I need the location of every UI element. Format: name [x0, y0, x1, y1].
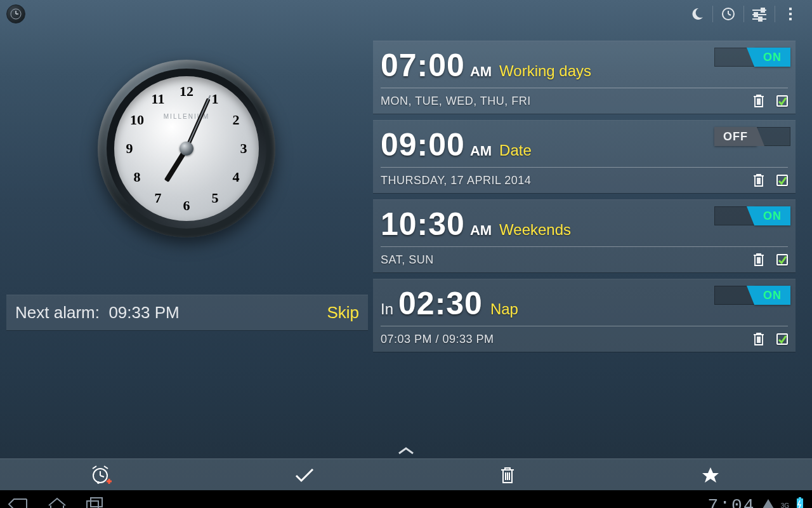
clock-number: 7	[149, 190, 167, 206]
svg-rect-12	[789, 8, 792, 10]
skip-button[interactable]: Skip	[327, 303, 359, 323]
alarm-time: 09:00	[381, 126, 465, 163]
clock-number: 3	[235, 140, 252, 157]
alarm-prefix: In	[381, 300, 393, 318]
alarm-subtext: 07:03 PM / 09:33 PM	[381, 333, 494, 346]
recent-apps-button[interactable]	[85, 497, 105, 508]
alarm-item[interactable]: ON 07:00 AM Working days MON, TUE, WED, …	[373, 41, 796, 114]
svg-marker-38	[702, 467, 719, 483]
svg-rect-11	[759, 17, 762, 21]
toggle-label: ON	[754, 48, 790, 67]
main-content: MILLENIUM 123456789101112 Next alarm: 09…	[0, 28, 812, 443]
next-alarm-panel[interactable]: Next alarm: 09:33 PM Skip	[6, 295, 368, 330]
clock-number: 9	[121, 140, 138, 157]
svg-rect-9	[754, 13, 757, 17]
top-bar	[0, 0, 812, 28]
alarm-time: 07:00	[381, 47, 465, 84]
settings-sliders-icon[interactable]	[744, 0, 775, 28]
alarm-ampm: AM	[470, 143, 492, 159]
network-label: 3G	[781, 502, 789, 509]
alarm-ampm: AM	[470, 222, 492, 239]
bottom-toolbar	[0, 458, 812, 490]
next-alarm-text: Next alarm: 09:33 PM	[15, 303, 180, 323]
clock-number: 2	[227, 112, 245, 128]
home-button[interactable]	[47, 497, 67, 508]
clock-icon[interactable]	[713, 0, 743, 28]
svg-line-30	[93, 466, 96, 469]
svg-rect-7	[761, 8, 764, 12]
alarm-time: 02:30	[398, 285, 483, 322]
alarm-subtext: SAT, SUN	[381, 253, 434, 267]
alarm-subtext: THURSDAY, 17 APRIL 2014	[381, 174, 531, 187]
svg-line-29	[100, 476, 104, 477]
night-mode-icon[interactable]	[682, 0, 712, 28]
clock-number: 10	[128, 112, 146, 128]
delete-button[interactable]	[406, 459, 609, 490]
add-alarm-button[interactable]	[0, 459, 203, 490]
trash-icon[interactable]	[752, 331, 765, 347]
alarm-subtext: MON, TUE, WED, THU, FRI	[381, 95, 531, 108]
alarm-checkbox[interactable]	[776, 333, 788, 345]
analog-clock: MILLENIUM 123456789101112	[98, 60, 275, 237]
overflow-menu-icon[interactable]	[775, 0, 806, 28]
clock-number: 8	[128, 169, 146, 185]
alarm-time: 10:30	[381, 206, 465, 243]
alarm-label: Date	[499, 142, 532, 159]
svg-line-5	[728, 14, 731, 15]
back-button[interactable]	[8, 497, 29, 508]
expand-handle[interactable]	[0, 443, 812, 458]
clock-number: 5	[206, 190, 224, 206]
alarm-toggle[interactable]: ON	[714, 285, 790, 305]
clock-number: 4	[227, 169, 245, 185]
clock-pivot	[180, 142, 193, 156]
clock-number: 12	[178, 83, 195, 100]
toggle-label: ON	[754, 286, 790, 305]
alarm-item[interactable]: ON In 02:30 Nap 07:03 PM / 09:33 PM	[373, 279, 796, 352]
alarm-checkbox[interactable]	[776, 175, 788, 186]
wifi-icon	[762, 498, 775, 508]
svg-rect-14	[789, 18, 792, 20]
alarm-toggle[interactable]: OFF	[714, 126, 790, 147]
alarm-label: Nap	[490, 300, 518, 318]
alarm-label: Weekends	[499, 221, 571, 239]
app-clock-icon	[6, 4, 25, 23]
svg-rect-13	[789, 13, 792, 15]
svg-rect-40	[91, 498, 102, 507]
favorite-button[interactable]	[609, 459, 812, 490]
svg-line-31	[104, 466, 108, 469]
alarm-item[interactable]: OFF 09:00 AM Date THURSDAY, 17 APRIL 201…	[373, 120, 796, 193]
svg-rect-43	[799, 497, 801, 499]
svg-point-32	[97, 481, 100, 484]
toggle-label: OFF	[714, 127, 757, 146]
confirm-button[interactable]	[203, 459, 406, 490]
left-pane: MILLENIUM 123456789101112 Next alarm: 09…	[0, 41, 373, 443]
toggle-label: ON	[754, 206, 790, 225]
clock-number: 6	[178, 197, 195, 214]
alarm-label: Working days	[499, 62, 591, 80]
alarm-item[interactable]: ON 10:30 AM Weekends SAT, SUN	[373, 199, 796, 272]
alarm-toggle[interactable]: ON	[714, 206, 790, 226]
alarm-checkbox[interactable]	[776, 95, 788, 107]
alarm-ampm: AM	[470, 64, 492, 80]
battery-icon	[796, 497, 804, 508]
alarm-checkbox[interactable]	[776, 254, 788, 265]
trash-icon[interactable]	[752, 93, 765, 109]
svg-marker-41	[763, 499, 774, 508]
clock-number: 11	[149, 91, 167, 107]
alarm-toggle[interactable]: ON	[714, 47, 790, 67]
system-nav-bar: 7:04 3G	[0, 490, 812, 508]
trash-icon[interactable]	[752, 252, 765, 267]
status-clock: 7:04	[707, 496, 755, 509]
alarm-list: ON 07:00 AM Working days MON, TUE, WED, …	[373, 41, 804, 443]
trash-icon[interactable]	[752, 173, 765, 188]
